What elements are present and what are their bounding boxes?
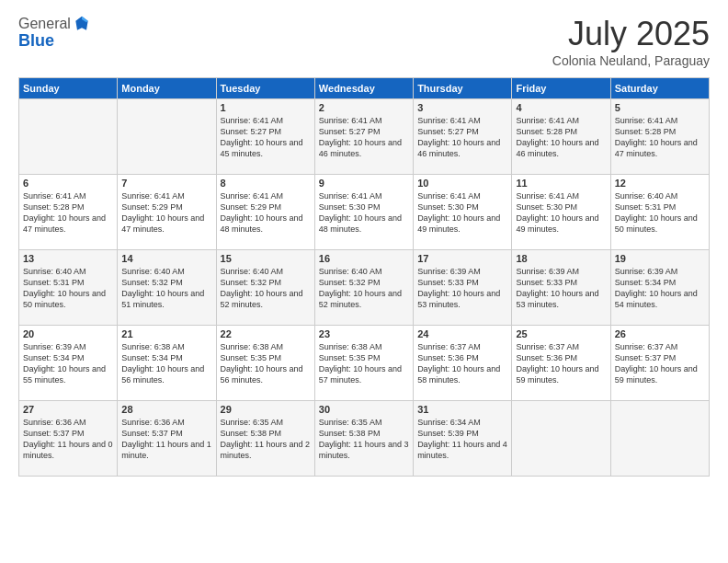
calendar-cell: 6Sunrise: 6:41 AMSunset: 5:28 PMDaylight… bbox=[19, 175, 118, 250]
day-number: 23 bbox=[319, 328, 409, 339]
day-header-thursday: Thursday bbox=[414, 78, 512, 99]
day-number: 28 bbox=[121, 404, 211, 415]
day-number: 31 bbox=[417, 404, 507, 415]
day-number: 6 bbox=[23, 178, 113, 189]
cell-text: Sunrise: 6:39 AMSunset: 5:34 PMDaylight:… bbox=[23, 341, 113, 386]
page: General Blue July 2025 Colonia Neuland, … bbox=[0, 0, 728, 563]
cell-text: Sunrise: 6:41 AMSunset: 5:30 PMDaylight:… bbox=[516, 190, 606, 236]
calendar-cell: 7Sunrise: 6:41 AMSunset: 5:29 PMDaylight… bbox=[118, 175, 216, 250]
logo: General Blue bbox=[18, 15, 91, 51]
day-number: 5 bbox=[615, 102, 705, 113]
title-block: July 2025 Colonia Neuland, Paraguay bbox=[552, 15, 710, 68]
day-number: 10 bbox=[417, 178, 507, 189]
calendar-cell: 3Sunrise: 6:41 AMSunset: 5:27 PMDaylight… bbox=[414, 99, 512, 175]
day-number: 3 bbox=[417, 102, 507, 113]
calendar-cell: 10Sunrise: 6:41 AMSunset: 5:30 PMDayligh… bbox=[414, 175, 512, 250]
cell-text: Sunrise: 6:41 AMSunset: 5:28 PMDaylight:… bbox=[516, 115, 606, 160]
day-number: 16 bbox=[319, 253, 409, 264]
calendar-cell: 1Sunrise: 6:41 AMSunset: 5:27 PMDaylight… bbox=[216, 99, 314, 175]
calendar-cell: 22Sunrise: 6:38 AMSunset: 5:35 PMDayligh… bbox=[216, 326, 314, 401]
week-row-5: 27Sunrise: 6:36 AMSunset: 5:37 PMDayligh… bbox=[19, 401, 710, 477]
day-number: 17 bbox=[417, 253, 507, 264]
calendar-cell: 4Sunrise: 6:41 AMSunset: 5:28 PMDaylight… bbox=[512, 99, 610, 175]
cell-text: Sunrise: 6:38 AMSunset: 5:34 PMDaylight:… bbox=[121, 341, 211, 386]
day-number: 12 bbox=[615, 178, 705, 189]
calendar-cell: 27Sunrise: 6:36 AMSunset: 5:37 PMDayligh… bbox=[19, 401, 118, 477]
day-number: 26 bbox=[615, 328, 705, 339]
calendar-cell: 24Sunrise: 6:37 AMSunset: 5:36 PMDayligh… bbox=[414, 326, 512, 401]
calendar-cell: 23Sunrise: 6:38 AMSunset: 5:35 PMDayligh… bbox=[314, 326, 413, 401]
cell-text: Sunrise: 6:41 AMSunset: 5:27 PMDaylight:… bbox=[417, 115, 507, 160]
day-number: 15 bbox=[221, 253, 311, 264]
day-number: 20 bbox=[23, 328, 113, 339]
cell-text: Sunrise: 6:38 AMSunset: 5:35 PMDaylight:… bbox=[221, 341, 311, 386]
day-number: 25 bbox=[516, 328, 606, 339]
cell-text: Sunrise: 6:34 AMSunset: 5:39 PMDaylight:… bbox=[417, 417, 507, 462]
calendar-cell: 14Sunrise: 6:40 AMSunset: 5:32 PMDayligh… bbox=[118, 250, 216, 326]
cell-text: Sunrise: 6:37 AMSunset: 5:36 PMDaylight:… bbox=[516, 341, 606, 386]
day-number: 13 bbox=[23, 253, 113, 264]
cell-text: Sunrise: 6:36 AMSunset: 5:37 PMDaylight:… bbox=[23, 417, 113, 462]
header-row: SundayMondayTuesdayWednesdayThursdayFrid… bbox=[19, 78, 710, 99]
day-number: 8 bbox=[221, 178, 311, 189]
calendar-cell: 5Sunrise: 6:41 AMSunset: 5:28 PMDaylight… bbox=[610, 99, 709, 175]
calendar-cell: 11Sunrise: 6:41 AMSunset: 5:30 PMDayligh… bbox=[512, 175, 610, 250]
day-header-tuesday: Tuesday bbox=[216, 78, 314, 99]
calendar-cell: 25Sunrise: 6:37 AMSunset: 5:36 PMDayligh… bbox=[512, 326, 610, 401]
calendar-cell: 19Sunrise: 6:39 AMSunset: 5:34 PMDayligh… bbox=[610, 250, 709, 326]
month-title: July 2025 bbox=[552, 15, 710, 53]
cell-text: Sunrise: 6:41 AMSunset: 5:27 PMDaylight:… bbox=[319, 115, 409, 160]
calendar-cell: 16Sunrise: 6:40 AMSunset: 5:32 PMDayligh… bbox=[314, 250, 413, 326]
cell-text: Sunrise: 6:40 AMSunset: 5:32 PMDaylight:… bbox=[319, 266, 409, 311]
cell-text: Sunrise: 6:40 AMSunset: 5:32 PMDaylight:… bbox=[221, 266, 311, 311]
calendar-cell bbox=[19, 99, 118, 175]
day-number: 21 bbox=[121, 328, 211, 339]
calendar-cell: 29Sunrise: 6:35 AMSunset: 5:38 PMDayligh… bbox=[216, 401, 314, 477]
calendar-cell: 13Sunrise: 6:40 AMSunset: 5:31 PMDayligh… bbox=[19, 250, 118, 326]
day-number: 2 bbox=[319, 102, 409, 113]
calendar-cell: 17Sunrise: 6:39 AMSunset: 5:33 PMDayligh… bbox=[414, 250, 512, 326]
calendar-cell bbox=[118, 99, 216, 175]
cell-text: Sunrise: 6:36 AMSunset: 5:37 PMDaylight:… bbox=[121, 417, 211, 462]
calendar-cell: 30Sunrise: 6:35 AMSunset: 5:38 PMDayligh… bbox=[314, 401, 413, 477]
calendar-cell: 9Sunrise: 6:41 AMSunset: 5:30 PMDaylight… bbox=[314, 175, 413, 250]
calendar-cell: 2Sunrise: 6:41 AMSunset: 5:27 PMDaylight… bbox=[314, 99, 413, 175]
logo-blue-text: Blue bbox=[18, 31, 91, 51]
day-header-saturday: Saturday bbox=[610, 78, 709, 99]
cell-text: Sunrise: 6:39 AMSunset: 5:34 PMDaylight:… bbox=[615, 266, 705, 311]
week-row-4: 20Sunrise: 6:39 AMSunset: 5:34 PMDayligh… bbox=[19, 326, 710, 401]
cell-text: Sunrise: 6:35 AMSunset: 5:38 PMDaylight:… bbox=[221, 417, 311, 462]
day-header-wednesday: Wednesday bbox=[314, 78, 413, 99]
cell-text: Sunrise: 6:40 AMSunset: 5:31 PMDaylight:… bbox=[615, 190, 705, 236]
calendar-cell: 31Sunrise: 6:34 AMSunset: 5:39 PMDayligh… bbox=[414, 401, 512, 477]
day-number: 9 bbox=[319, 178, 409, 189]
logo-icon bbox=[73, 15, 91, 33]
cell-text: Sunrise: 6:37 AMSunset: 5:37 PMDaylight:… bbox=[615, 341, 705, 386]
day-number: 30 bbox=[319, 404, 409, 415]
day-header-friday: Friday bbox=[512, 78, 610, 99]
calendar-cell bbox=[512, 401, 610, 477]
cell-text: Sunrise: 6:41 AMSunset: 5:30 PMDaylight:… bbox=[417, 190, 507, 236]
calendar-cell: 28Sunrise: 6:36 AMSunset: 5:37 PMDayligh… bbox=[118, 401, 216, 477]
calendar-cell: 20Sunrise: 6:39 AMSunset: 5:34 PMDayligh… bbox=[19, 326, 118, 401]
cell-text: Sunrise: 6:39 AMSunset: 5:33 PMDaylight:… bbox=[417, 266, 507, 311]
header: General Blue July 2025 Colonia Neuland, … bbox=[18, 15, 710, 68]
day-number: 7 bbox=[121, 178, 211, 189]
calendar-cell: 12Sunrise: 6:40 AMSunset: 5:31 PMDayligh… bbox=[610, 175, 709, 250]
day-number: 24 bbox=[417, 328, 507, 339]
cell-text: Sunrise: 6:41 AMSunset: 5:28 PMDaylight:… bbox=[23, 190, 113, 236]
cell-text: Sunrise: 6:39 AMSunset: 5:33 PMDaylight:… bbox=[516, 266, 606, 311]
cell-text: Sunrise: 6:41 AMSunset: 5:29 PMDaylight:… bbox=[121, 190, 211, 236]
calendar-cell: 21Sunrise: 6:38 AMSunset: 5:34 PMDayligh… bbox=[118, 326, 216, 401]
week-row-3: 13Sunrise: 6:40 AMSunset: 5:31 PMDayligh… bbox=[19, 250, 710, 326]
week-row-1: 1Sunrise: 6:41 AMSunset: 5:27 PMDaylight… bbox=[19, 99, 710, 175]
cell-text: Sunrise: 6:41 AMSunset: 5:27 PMDaylight:… bbox=[221, 115, 311, 160]
cell-text: Sunrise: 6:41 AMSunset: 5:30 PMDaylight:… bbox=[319, 190, 409, 236]
day-number: 22 bbox=[221, 328, 311, 339]
cell-text: Sunrise: 6:35 AMSunset: 5:38 PMDaylight:… bbox=[319, 417, 409, 462]
day-number: 1 bbox=[221, 102, 311, 113]
calendar-cell: 18Sunrise: 6:39 AMSunset: 5:33 PMDayligh… bbox=[512, 250, 610, 326]
day-number: 4 bbox=[516, 102, 606, 113]
day-number: 14 bbox=[121, 253, 211, 264]
cell-text: Sunrise: 6:37 AMSunset: 5:36 PMDaylight:… bbox=[417, 341, 507, 386]
